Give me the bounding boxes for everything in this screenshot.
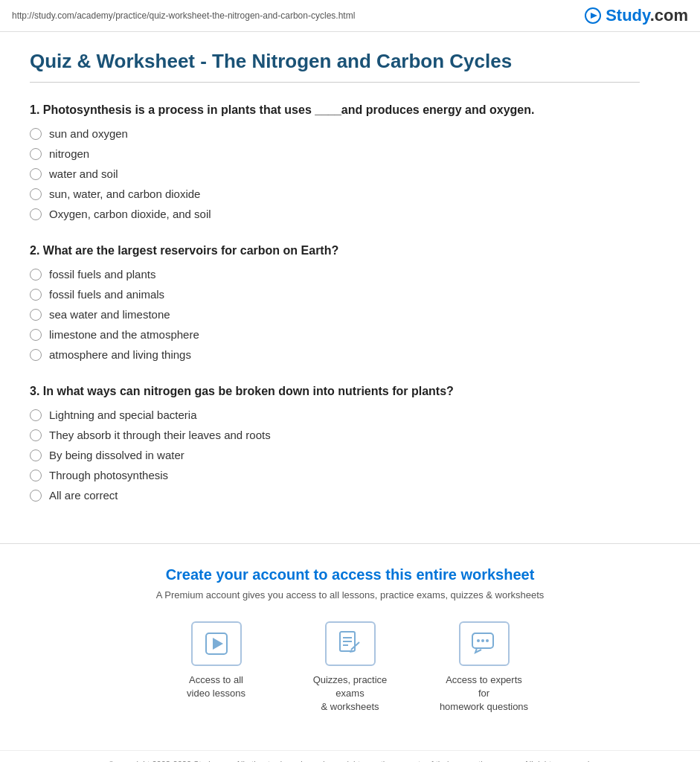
radio-button[interactable] xyxy=(30,168,42,180)
list-item[interactable]: sun and oxygen xyxy=(30,127,640,140)
url-label: http://study.com/academy/practice/quiz-w… xyxy=(12,10,355,21)
list-item[interactable]: By being dissolved in water xyxy=(30,449,640,461)
quiz-icon-box xyxy=(325,621,376,666)
cta-video-label: Access to allvideo lessons xyxy=(187,673,245,700)
question-2-text: 2. What are the largest reservoirs for c… xyxy=(30,244,640,257)
studycom-logo-icon xyxy=(585,7,601,24)
main-content: Quiz & Worksheet - The Nitrogen and Carb… xyxy=(0,32,670,543)
radio-button[interactable] xyxy=(30,148,42,160)
cta-title: Create your account to access this entir… xyxy=(15,566,685,583)
video-icon-box xyxy=(191,621,242,666)
list-item[interactable]: sea water and limestone xyxy=(30,308,640,321)
radio-button[interactable] xyxy=(30,349,42,361)
radio-button[interactable] xyxy=(30,449,42,461)
list-item[interactable]: fossil fuels and plants xyxy=(30,268,640,281)
list-item[interactable]: atmosphere and living things xyxy=(30,348,640,361)
cta-quiz-label: Quizzes, practice exams& worksheets xyxy=(306,673,395,714)
question-1: 1. Photosynthesis is a process in plants… xyxy=(30,103,640,220)
radio-button[interactable] xyxy=(30,329,42,341)
list-item[interactable]: fossil fuels and animals xyxy=(30,288,640,301)
question-3-text: 3. In what ways can nitrogen gas be brok… xyxy=(30,385,640,398)
logo: Study.com xyxy=(585,6,688,25)
cta-section: Create your account to access this entir… xyxy=(0,543,700,750)
radio-button[interactable] xyxy=(30,128,42,140)
svg-point-12 xyxy=(481,639,484,642)
list-item[interactable]: They absorb it through their leaves and … xyxy=(30,429,640,441)
radio-button[interactable] xyxy=(30,429,42,441)
list-item[interactable]: All are correct xyxy=(30,489,640,502)
list-item[interactable]: Oxygen, carbon dioxide, and soil xyxy=(30,208,640,220)
cta-expert-block: Access to experts forhomework questions xyxy=(440,621,529,714)
cta-quiz-block: Quizzes, practice exams& worksheets xyxy=(306,621,395,714)
list-item[interactable]: nitrogen xyxy=(30,147,640,160)
list-item[interactable]: limestone and the atmosphere xyxy=(30,328,640,341)
svg-marker-1 xyxy=(591,13,597,19)
cta-video-block: Access to allvideo lessons xyxy=(172,621,261,714)
radio-button[interactable] xyxy=(30,269,42,281)
top-bar: http://study.com/academy/practice/quiz-w… xyxy=(0,0,700,32)
svg-marker-3 xyxy=(213,638,223,650)
list-item[interactable]: Lightning and special bacteria xyxy=(30,409,640,421)
radio-button[interactable] xyxy=(30,289,42,301)
logo-text: Study.com xyxy=(606,6,688,25)
cta-subtitle: A Premium account gives you access to al… xyxy=(15,589,685,601)
radio-button[interactable] xyxy=(30,309,42,321)
radio-button[interactable] xyxy=(30,208,42,220)
play-icon xyxy=(205,632,228,656)
question-3-options: Lightning and special bacteria They abso… xyxy=(30,409,640,502)
radio-button[interactable] xyxy=(30,409,42,421)
list-item[interactable]: water and soil xyxy=(30,167,640,180)
list-item[interactable]: Through photosynthesis xyxy=(30,469,640,481)
cta-expert-label: Access to experts forhomework questions xyxy=(440,673,529,714)
quiz-icon xyxy=(337,630,364,657)
question-2-options: fossil fuels and plants fossil fuels and… xyxy=(30,268,640,361)
svg-point-13 xyxy=(486,639,489,642)
question-1-text: 1. Photosynthesis is a process in plants… xyxy=(30,103,640,117)
list-item[interactable]: sun, water, and carbon dioxide xyxy=(30,188,640,200)
question-1-options: sun and oxygen nitrogen water and soil s… xyxy=(30,127,640,220)
svg-point-11 xyxy=(477,639,480,642)
radio-button[interactable] xyxy=(30,470,42,481)
question-3: 3. In what ways can nitrogen gas be brok… xyxy=(30,385,640,502)
question-2: 2. What are the largest reservoirs for c… xyxy=(30,244,640,361)
radio-button[interactable] xyxy=(30,188,42,200)
page-title: Quiz & Worksheet - The Nitrogen and Carb… xyxy=(30,50,640,83)
chat-icon xyxy=(471,630,498,657)
cta-icons-row: Access to allvideo lessons Quizzes, prac… xyxy=(15,621,685,714)
expert-icon-box xyxy=(459,621,510,666)
footer-copyright: © copyright 2003-2020 Study.com. All oth… xyxy=(0,750,700,762)
radio-button[interactable] xyxy=(30,490,42,502)
